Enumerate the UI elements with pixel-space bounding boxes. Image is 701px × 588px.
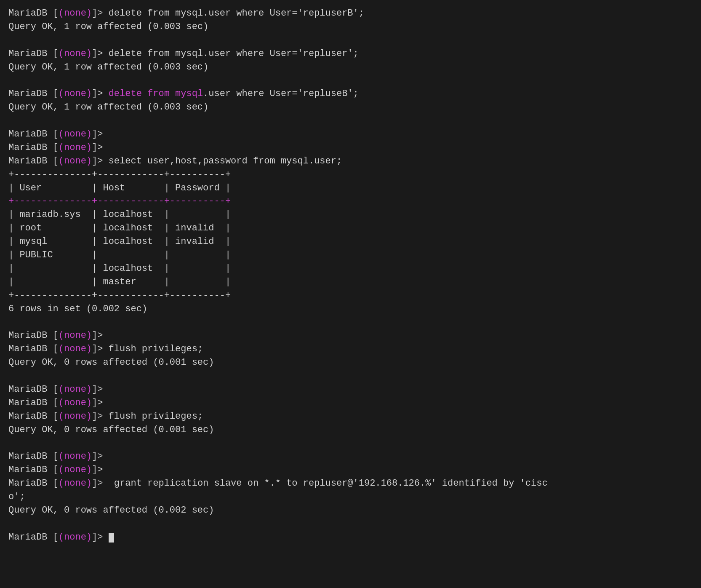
prompt-none: (none) — [59, 478, 92, 489]
prompt: MariaDB [ — [8, 411, 59, 422]
terminal-line: MariaDB [(none)]> grant replication slav… — [8, 477, 693, 490]
prompt-none: (none) — [59, 48, 92, 59]
prompt-none: (none) — [59, 8, 92, 19]
terminal-line: MariaDB [(none)]> — [8, 463, 693, 477]
prompt: MariaDB [ — [8, 8, 59, 19]
terminal-window: MariaDB [(none)]> delete from mysql.user… — [8, 7, 693, 544]
terminal-line: MariaDB [(none)]> — [8, 450, 693, 463]
terminal-line: MariaDB [(none)]> flush privileges; — [8, 410, 693, 423]
table-row-line: | mysql | localhost | invalid | — [8, 235, 693, 249]
text — [170, 88, 175, 99]
prompt-end: ]> — [92, 451, 103, 462]
text: .user where User='repluseB'; — [203, 88, 359, 99]
prompt-end: ]> delete from mysql.user where User='re… — [92, 8, 364, 19]
prompt: MariaDB [ — [8, 88, 59, 99]
output-line: Query OK, 0 rows affected (0.002 sec) — [8, 504, 693, 517]
prompt-end: ]> — [92, 532, 109, 543]
blank-line — [8, 34, 693, 47]
prompt-end: ]> — [92, 88, 109, 99]
prompt: MariaDB [ — [8, 142, 59, 153]
prompt: MariaDB [ — [8, 398, 59, 408]
table-border-line-bottom: +--------------+------------+----------+ — [8, 289, 693, 302]
table-row-line: | mariadb.sys | localhost | | — [8, 208, 693, 222]
prompt-none: (none) — [59, 451, 92, 462]
to-keyword: to — [286, 478, 297, 489]
terminal-line: MariaDB [(none)]> — [8, 128, 693, 141]
terminal-line-cursor: MariaDB [(none)]> — [8, 531, 693, 544]
prompt: MariaDB [ — [8, 384, 59, 395]
prompt-end: ]> — [92, 398, 103, 408]
prompt-none: (none) — [59, 384, 92, 395]
prompt-end: ]> select user,host,password from mysql.… — [92, 156, 342, 166]
output-line: o'; — [8, 490, 693, 504]
table-border-pink-line: +--------------+------------+----------+ — [8, 195, 693, 208]
prompt-end: ]> flush privileges; — [92, 411, 203, 422]
prompt-end: ]> — [92, 465, 103, 475]
table-header-line: | User | Host | Password | — [8, 182, 693, 195]
table-row-line: | | localhost | | — [8, 262, 693, 275]
prompt-end: ]> — [92, 142, 103, 153]
blank-line — [8, 114, 693, 128]
terminal-line: MariaDB [(none)]> delete from mysql.user… — [8, 7, 693, 20]
keyword-delete: delete — [109, 88, 142, 99]
prompt-none: (none) — [59, 142, 92, 153]
prompt-end: ]> — [92, 330, 103, 341]
terminal-line: MariaDB [(none)]> — [8, 329, 693, 342]
terminal-line: MariaDB [(none)]> — [8, 383, 693, 396]
table-row-line: | | master | | — [8, 275, 693, 289]
prompt: MariaDB [ — [8, 465, 59, 475]
keyword-mysql: mysql — [175, 88, 203, 99]
prompt-none: (none) — [59, 344, 92, 354]
blank-line — [8, 74, 693, 87]
terminal-line: MariaDB [(none)]> flush privileges; — [8, 342, 693, 356]
prompt-none: (none) — [59, 156, 92, 166]
prompt: MariaDB [ — [8, 48, 59, 59]
output-line: Query OK, 1 row affected (0.003 sec) — [8, 20, 693, 34]
prompt-end: ]> delete from mysql.user where User='re… — [92, 48, 359, 59]
terminal-cursor — [109, 533, 114, 543]
prompt: MariaDB [ — [8, 451, 59, 462]
terminal-line: MariaDB [(none)]> — [8, 141, 693, 155]
terminal-line: MariaDB [(none)]> delete from mysql.user… — [8, 47, 693, 61]
prompt-none: (none) — [59, 129, 92, 139]
keyword-from: from — [147, 88, 170, 99]
prompt: MariaDB [ — [8, 330, 59, 341]
prompt-none: (none) — [59, 88, 92, 99]
blank-line — [8, 315, 693, 329]
prompt: MariaDB [ — [8, 532, 59, 543]
output-line: 6 rows in set (0.002 sec) — [8, 302, 693, 316]
prompt-none: (none) — [59, 330, 92, 341]
prompt-end: ]> grant replication slave on *.* — [92, 478, 286, 489]
table-border: +--------------+------------+----------+ — [8, 196, 231, 206]
terminal-line: MariaDB [(none)]> — [8, 396, 693, 410]
table-border-line: +--------------+------------+----------+ — [8, 168, 693, 182]
output-line: Query OK, 1 row affected (0.003 sec) — [8, 101, 693, 114]
prompt-end: ]> flush privileges; — [92, 344, 203, 354]
blank-line — [8, 369, 693, 383]
blank-line — [8, 517, 693, 531]
prompt-end: ]> — [92, 384, 103, 395]
prompt-none: (none) — [59, 411, 92, 422]
text — [142, 88, 147, 99]
output-line: Query OK, 1 row affected (0.003 sec) — [8, 61, 693, 74]
prompt-none: (none) — [59, 465, 92, 475]
prompt: MariaDB [ — [8, 344, 59, 354]
terminal-line-highlight: MariaDB [(none)]> delete from mysql.user… — [8, 87, 693, 101]
prompt-end: ]> — [92, 129, 103, 139]
blank-line — [8, 437, 693, 450]
table-row-line: | root | localhost | invalid | — [8, 222, 693, 235]
output-line: Query OK, 0 rows affected (0.001 sec) — [8, 423, 693, 437]
prompt: MariaDB [ — [8, 156, 59, 166]
grant-rest: repluser@'192.168.126.%' identified by '… — [298, 478, 548, 489]
prompt-none: (none) — [59, 532, 92, 543]
prompt: MariaDB [ — [8, 478, 59, 489]
output-line: Query OK, 0 rows affected (0.001 sec) — [8, 356, 693, 369]
prompt-none: (none) — [59, 398, 92, 408]
prompt: MariaDB [ — [8, 129, 59, 139]
terminal-line: MariaDB [(none)]> select user,host,passw… — [8, 155, 693, 168]
table-row-line: | PUBLIC | | | — [8, 249, 693, 262]
